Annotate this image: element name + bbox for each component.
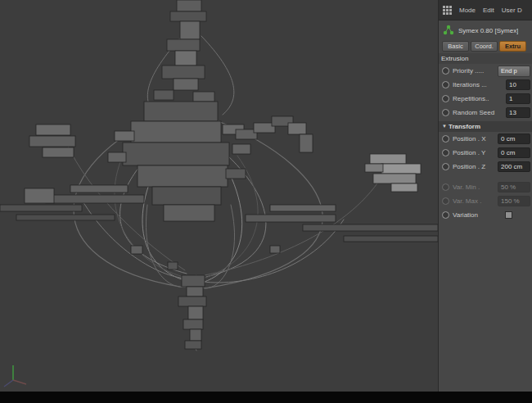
row-label: Random Seed — [453, 109, 503, 116]
attribute-manager-panel: Mode Edit User D Symex 0.80 [Symex] Basi… — [438, 0, 532, 392]
row-label: Var. Max . — [453, 197, 494, 205]
grid-icon[interactable] — [443, 6, 452, 15]
object-title-row: Symex 0.80 [Symex] — [439, 20, 532, 40]
tab-extrusion[interactable]: Extru — [499, 41, 526, 52]
tab-basic[interactable]: Basic — [442, 41, 469, 52]
bottom-timeline-strip — [0, 392, 532, 403]
row-repetitions: Repetitions.. 1 — [439, 92, 532, 106]
row-priority: Priority ..... End p — [439, 64, 532, 78]
var-max-input: 150 % — [498, 196, 530, 206]
row-position-z: Position . Z 200 cm — [439, 160, 532, 174]
object-title: Symex 0.80 [Symex] — [458, 27, 518, 34]
iterations-input[interactable]: 10 — [506, 79, 530, 90]
menu-item-user-data[interactable]: User D — [502, 7, 522, 14]
row-label: Variation — [453, 211, 502, 219]
random-seed-input[interactable]: 13 — [506, 107, 530, 118]
row-iterations: Iterations ... 10 — [439, 78, 532, 92]
keyframe-dot[interactable] — [442, 149, 449, 156]
keyframe-dot — [442, 183, 449, 191]
row-label: Position . X — [453, 135, 494, 143]
keyframe-dot[interactable] — [442, 211, 449, 219]
panel-menu-bar: Mode Edit User D — [439, 0, 532, 20]
position-x-input[interactable]: 0 cm — [498, 134, 530, 144]
symex-object-icon — [443, 25, 454, 36]
row-label: Priority ..... — [453, 67, 494, 75]
row-label: Position . Z — [453, 163, 494, 170]
variation-checkbox[interactable] — [505, 211, 512, 219]
row-label: Repetitions.. — [453, 95, 503, 102]
section-title-extrusion: Extrusion — [439, 53, 532, 64]
keyframe-dot[interactable] — [442, 67, 449, 75]
transform-group-header[interactable]: ▼ Transform — [439, 121, 532, 132]
row-position-y: Position . Y 0 cm — [439, 146, 532, 160]
axis-indicator — [4, 365, 26, 387]
position-y-input[interactable]: 0 cm — [498, 147, 530, 158]
keyframe-dot[interactable] — [442, 135, 449, 143]
var-min-input: 50 % — [498, 182, 530, 192]
keyframe-dot[interactable] — [442, 95, 449, 102]
keyframe-dot[interactable] — [442, 163, 449, 170]
collapse-arrow-icon: ▼ — [442, 121, 447, 132]
menu-item-mode[interactable]: Mode — [459, 7, 476, 14]
tab-bar: Basic Coord. Extru — [439, 40, 532, 52]
row-variation: Variation — [439, 208, 532, 222]
transform-group-title: Transform — [449, 121, 480, 132]
row-label: Iterations ... — [453, 81, 503, 88]
menu-item-edit[interactable]: Edit — [483, 7, 494, 14]
repetitions-input[interactable]: 1 — [506, 93, 530, 104]
priority-dropdown[interactable]: End p — [498, 66, 530, 77]
row-position-x: Position . X 0 cm — [439, 132, 532, 146]
wireframe-model — [0, 0, 438, 392]
viewport-3d[interactable] — [0, 0, 438, 392]
row-var-min: Var. Min . 50 % — [439, 180, 532, 194]
position-z-input[interactable]: 200 cm — [498, 161, 530, 172]
row-random-seed: Random Seed 13 — [439, 106, 532, 120]
keyframe-dot — [442, 197, 449, 205]
row-var-max: Var. Max . 150 % — [439, 194, 532, 208]
row-label: Position . Y — [453, 149, 494, 156]
tab-coord[interactable]: Coord. — [471, 41, 498, 52]
row-label: Var. Min . — [453, 183, 494, 191]
keyframe-dot[interactable] — [442, 109, 449, 116]
keyframe-dot[interactable] — [442, 81, 449, 88]
